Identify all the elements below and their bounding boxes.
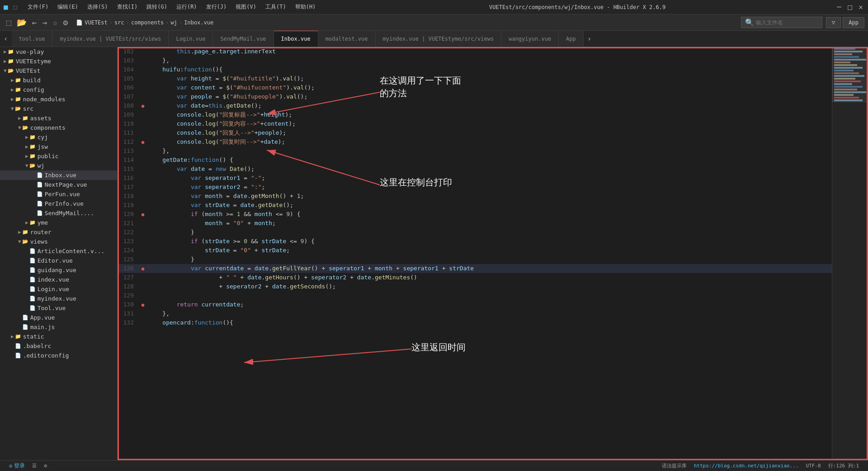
tab-myindex-estyme[interactable]: myindex.vue | VUETEstyme/src/views xyxy=(376,31,502,47)
tab-left-button[interactable]: ‹ xyxy=(0,31,12,47)
sidebar-item-sendmymail[interactable]: ▶ 📄 SendMyMail.... xyxy=(0,208,117,218)
sidebar-item-editorconfig[interactable]: ▶ 📄 .editorconfig xyxy=(0,351,117,360)
menu-goto[interactable]: 跳转(G) xyxy=(143,2,171,12)
line-content: var content = $("#huifucontent").val(); xyxy=(146,83,832,92)
sidebar-item-router[interactable]: ▶ 📁 router xyxy=(0,227,117,237)
menu-run[interactable]: 运行(R) xyxy=(173,2,201,12)
sidebar-item-src[interactable]: ▼ 📂 src xyxy=(0,104,117,113)
sidebar-item-perfun[interactable]: ▶ 📄 PerFun.vue xyxy=(0,189,117,199)
sidebar-item-myindex[interactable]: ▶ 📄 myindex.vue xyxy=(0,294,117,303)
file-icon: 📄 xyxy=(15,343,21,349)
tab-wangyiyun[interactable]: wangyiyun.vue xyxy=(501,31,559,47)
sidebar-item-cyj[interactable]: ▶ 📁 cyj xyxy=(0,132,117,142)
file-tree-icon[interactable]: ☰ xyxy=(28,463,40,469)
back-button[interactable]: ← xyxy=(29,17,40,28)
sidebar-item-config[interactable]: ▶ 📁 config xyxy=(0,85,117,94)
file-icon: 📄 xyxy=(29,296,36,301)
open-button[interactable]: 📂 xyxy=(14,17,29,28)
login-status[interactable]: ⊙ 登录 xyxy=(5,462,28,470)
tab-modaltest[interactable]: modaltest.vue xyxy=(318,31,376,47)
new-file-button[interactable]: ⬚ xyxy=(4,17,14,28)
menu-view[interactable]: 视图(V) xyxy=(232,2,260,12)
filter-button[interactable]: ▽ xyxy=(826,17,841,28)
sidebar-item-yme[interactable]: ▶ 📁 yme xyxy=(0,218,117,227)
tab-sendmail[interactable]: SendMyMail.vue xyxy=(213,31,274,47)
settings-button[interactable]: ⚙ xyxy=(60,17,71,28)
sidebar-item-jsw[interactable]: ▶ 📁 jsw xyxy=(0,142,117,151)
sidebar-item-inbox[interactable]: ▶ 📄 Inbox.vue xyxy=(0,170,117,180)
settings-icon[interactable]: ⚙ xyxy=(40,463,51,469)
sidebar-item-views[interactable]: ▼ 📂 views xyxy=(0,237,117,246)
arrow-right-icon: ▶ xyxy=(18,229,21,235)
tab-right-button[interactable]: › xyxy=(584,31,595,47)
forward-button[interactable]: → xyxy=(40,17,50,28)
minimize-button[interactable]: ─ xyxy=(835,4,843,11)
window-controls[interactable]: ─ □ ✕ xyxy=(835,4,864,11)
breadcrumb-src[interactable]: src xyxy=(114,19,124,26)
sidebar-item-build[interactable]: ▶ 📁 build xyxy=(0,75,117,85)
sidebar-item-index[interactable]: ▶ 📄 index.vue xyxy=(0,275,117,284)
line-content: var seperator1 = "-"; xyxy=(146,174,832,183)
sidebar-item-guidang[interactable]: ▶ 📄 guidang.vue xyxy=(0,265,117,275)
line-number: 117 xyxy=(118,183,139,192)
code-editor[interactable]: 102 this.page_e.target.innerText 103 }, … xyxy=(118,47,832,460)
menu-find[interactable]: 查找(I) xyxy=(113,2,142,12)
sidebar-item-babelrc[interactable]: ▶ 📄 .babelrc xyxy=(0,341,117,351)
menu-tools[interactable]: 工具(T) xyxy=(262,2,290,12)
menu-file[interactable]: 文件(F) xyxy=(24,2,52,12)
sidebar-item-vue-play[interactable]: ▶ 📁 vue-play xyxy=(0,47,117,57)
sidebar-item-editor[interactable]: ▶ 📄 Editor.vue xyxy=(0,256,117,265)
tab-login[interactable]: Login.vue xyxy=(169,31,213,47)
arrow-right-icon: ▶ xyxy=(4,58,7,64)
line-gutter xyxy=(139,309,146,318)
sidebar-item-article[interactable]: ▶ 📄 ArticleContent.v... xyxy=(0,246,117,256)
line-number: 103 xyxy=(118,56,139,65)
menu-help[interactable]: 帮助(H) xyxy=(292,2,320,12)
sidebar-item-components[interactable]: ▼ 📂 components xyxy=(0,123,117,132)
sidebar-item-wj[interactable]: ▼ 📂 wj xyxy=(0,161,117,170)
sidebar-item-app[interactable]: ▶ 📄 App.vue xyxy=(0,313,117,322)
breadcrumb-components[interactable]: components xyxy=(131,19,164,26)
menu-bar[interactable]: 文件(F) 编辑(E) 选择(S) 查找(I) 跳转(G) 运行(R) 发行(J… xyxy=(24,2,319,12)
sidebar-label: yme xyxy=(38,219,48,226)
file-search-input[interactable] xyxy=(756,19,818,26)
code-line-127: 127 + " " + date.getHours() + seperator2… xyxy=(118,273,832,282)
code-line-132: 132 opencard:function(){ xyxy=(118,318,832,327)
sidebar-item-vuetest[interactable]: ▼ 📂 VUETEst xyxy=(0,66,117,75)
preview-button[interactable]: App xyxy=(843,17,864,28)
code-line-108: 108 ● var date=this.getDate(); xyxy=(118,101,832,110)
sidebar-item-node-modules[interactable]: ▶ 📁 node_modules xyxy=(0,94,117,104)
tab-inbox[interactable]: Inbox.vue xyxy=(274,31,318,47)
sidebar-item-main-js[interactable]: ▶ 📄 main.js xyxy=(0,322,117,332)
tab-app[interactable]: App xyxy=(559,31,584,47)
encoding-label: UTF-8 xyxy=(806,463,821,469)
file-icon: 📄 xyxy=(37,182,43,188)
sidebar-item-perinfo[interactable]: ▶ 📄 PerInfo.vue xyxy=(0,199,117,208)
sidebar-label: index.vue xyxy=(38,276,69,283)
menu-publish[interactable]: 发行(J) xyxy=(203,2,231,12)
sidebar-item-static[interactable]: ▶ 📁 static xyxy=(0,332,117,341)
file-search-box[interactable]: 🔍 xyxy=(741,17,822,28)
sidebar-label: ArticleContent.v... xyxy=(38,248,105,254)
menu-select[interactable]: 选择(S) xyxy=(84,2,112,12)
sidebar-item-public[interactable]: ▶ 📁 public xyxy=(0,151,117,161)
bookmark-button[interactable]: ☆ xyxy=(50,17,61,28)
tab-myindex-views[interactable]: myindex.vue | VUETEst/src/views xyxy=(52,31,169,47)
tab-tool-vue[interactable]: tool.vue xyxy=(12,31,53,47)
close-button[interactable]: ✕ xyxy=(857,4,864,11)
maximize-button[interactable]: □ xyxy=(846,4,854,11)
code-line-125: 125 } xyxy=(118,255,832,264)
main-content: ▶ 📁 vue-play ▶ 📁 VUETEstyme ▼ 📂 VUETEst … xyxy=(0,47,868,460)
code-line-113: 113 }, xyxy=(118,146,832,155)
sidebar-item-vuetestyme[interactable]: ▶ 📁 VUETEstyme xyxy=(0,57,117,66)
breadcrumb-file[interactable]: Inbox.vue xyxy=(184,19,213,26)
menu-edit[interactable]: 编辑(E) xyxy=(54,2,82,12)
breadcrumb-wj[interactable]: wj xyxy=(170,19,177,26)
sidebar-item-login[interactable]: ▶ 📄 Login.vue xyxy=(0,284,117,294)
breadcrumb-root[interactable]: VUETEst xyxy=(85,19,108,26)
sidebar-item-assets[interactable]: ▶ 📁 assets xyxy=(0,113,117,123)
folder-open-icon: 📂 xyxy=(22,239,28,245)
sidebar-item-tool[interactable]: ▶ 📄 Tool.vue xyxy=(0,303,117,313)
line-gutter xyxy=(139,165,146,174)
sidebar-item-nextpage[interactable]: ▶ 📄 NextPage.vue xyxy=(0,180,117,189)
